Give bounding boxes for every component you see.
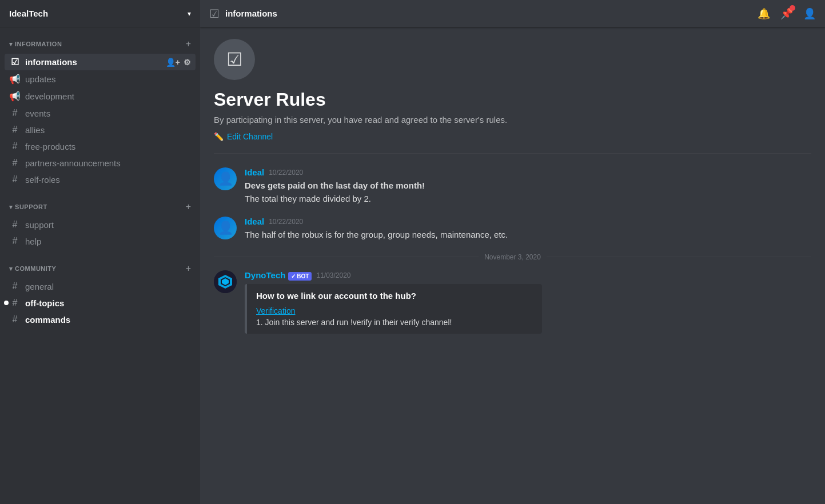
unread-dot bbox=[4, 301, 9, 305]
channel-icon-announce: 📢 bbox=[9, 91, 21, 102]
channel-item-development[interactable]: 📢development bbox=[5, 88, 196, 105]
channel-icon-text: # bbox=[9, 125, 21, 135]
channel-name-support: support bbox=[25, 220, 191, 230]
channel-icon-text: # bbox=[9, 298, 21, 308]
topbar-channel-icon: ☑ bbox=[209, 7, 220, 21]
message-username[interactable]: Ideal bbox=[245, 217, 264, 226]
pencil-icon: ✏️ bbox=[214, 132, 224, 141]
channel-item-support[interactable]: #support bbox=[5, 217, 196, 233]
message-line: The half of the robux is for the group, … bbox=[245, 229, 811, 242]
channel-intro-title: Server Rules bbox=[214, 89, 811, 110]
channel-intro: ☑ Server Rules By participating in this … bbox=[214, 39, 811, 154]
channel-name-allies: allies bbox=[25, 125, 191, 135]
category-header-information[interactable]: ▾ INFORMATION+ bbox=[5, 37, 196, 51]
channel-item-free-products[interactable]: #free-products bbox=[5, 138, 196, 154]
notification-badge bbox=[790, 5, 795, 11]
category-label-information: ▾ INFORMATION bbox=[9, 41, 62, 48]
category-label-support: ▾ SUPPORT bbox=[9, 203, 47, 211]
channel-icon-text: # bbox=[9, 141, 21, 151]
message-content: Ideal10/22/2020The half of the robux is … bbox=[245, 217, 811, 242]
edit-channel-button[interactable]: ✏️ Edit Channel bbox=[214, 132, 273, 141]
channel-item-partners-announcements[interactable]: #partners-announcements bbox=[5, 155, 196, 171]
channel-name-commands: commands bbox=[25, 315, 191, 325]
server-header[interactable]: IdealTech ▾ bbox=[0, 0, 200, 27]
bot-username[interactable]: DynoTech ✓ BOT bbox=[245, 270, 312, 281]
category-add-support[interactable]: + bbox=[186, 202, 191, 212]
message-embed: How to we link our account to the hub?Ve… bbox=[245, 284, 542, 334]
bot-message-group: DynoTech ✓ BOT11/03/2020How to we link o… bbox=[214, 270, 811, 334]
channel-icon-text: # bbox=[9, 236, 21, 246]
user-profile-icon[interactable]: 👤 bbox=[803, 7, 816, 20]
main-content: ☑ informations 🔔 📌 👤 ☑ Server Rules By p… bbox=[200, 0, 825, 504]
channel-item-self-roles[interactable]: #self-roles bbox=[5, 171, 196, 187]
channel-item-events[interactable]: #events bbox=[5, 105, 196, 121]
avatar: 👤 bbox=[214, 217, 237, 239]
edit-channel-label: Edit Channel bbox=[227, 132, 273, 141]
sidebar-sections: ▾ INFORMATION+☑informations👤+⚙📢updates📢d… bbox=[0, 27, 200, 330]
message-timestamp: 10/22/2020 bbox=[269, 218, 303, 226]
embed-link[interactable]: Verification bbox=[256, 306, 533, 315]
channel-icon-text: # bbox=[9, 108, 21, 118]
server-chevron-icon: ▾ bbox=[188, 10, 191, 18]
message-group-msg2: 👤Ideal10/22/2020The half of the robux is… bbox=[214, 217, 811, 242]
message-header: Ideal10/22/2020 bbox=[245, 167, 811, 177]
channel-intro-icon: ☑ bbox=[214, 39, 255, 80]
bot-message-header: DynoTech ✓ BOT11/03/2020 bbox=[245, 270, 811, 281]
category-label-community: ▾ COMMUNITY bbox=[9, 265, 56, 273]
message-header: Ideal10/22/2020 bbox=[245, 217, 811, 226]
category-header-support[interactable]: ▾ SUPPORT+ bbox=[5, 199, 196, 214]
channel-settings-icon[interactable]: ⚙ bbox=[184, 58, 191, 67]
server-name: IdealTech bbox=[9, 9, 48, 18]
category-add-information[interactable]: + bbox=[186, 39, 191, 49]
date-separator: November 3, 2020 bbox=[214, 253, 811, 261]
channel-item-off-topics[interactable]: #off-topics bbox=[5, 295, 196, 311]
bot-name-text: DynoTech bbox=[245, 270, 288, 280]
channel-name-informations: informations bbox=[25, 57, 166, 67]
channel-icon-rules: ☑ bbox=[9, 57, 21, 67]
channel-name-off-topics: off-topics bbox=[25, 298, 191, 308]
bot-message-content: DynoTech ✓ BOT11/03/2020How to we link o… bbox=[245, 270, 811, 334]
notification-ping-icon[interactable]: 📌 bbox=[780, 7, 793, 20]
category-header-community[interactable]: ▾ COMMUNITY+ bbox=[5, 261, 196, 276]
channel-intro-description: By participating in this server, you hav… bbox=[214, 115, 811, 125]
message-line: Devs gets paid on the last day of the mo… bbox=[245, 179, 811, 193]
embed-title: How to we link our account to the hub? bbox=[256, 291, 533, 301]
avatar: 👤 bbox=[214, 167, 237, 190]
channel-item-updates[interactable]: 📢updates bbox=[5, 71, 196, 87]
message-line: The total they made divided by 2. bbox=[245, 193, 811, 206]
channel-icon-text: # bbox=[9, 281, 21, 291]
messages-container: 👤Ideal10/22/2020Devs gets paid on the la… bbox=[214, 167, 811, 242]
channel-name-events: events bbox=[25, 109, 191, 118]
channel-icon-text: # bbox=[9, 174, 21, 185]
channel-name-general: general bbox=[25, 282, 191, 291]
message-content: Ideal10/22/2020Devs gets paid on the las… bbox=[245, 167, 811, 205]
date-separator-line bbox=[214, 257, 479, 257]
channel-name-updates: updates bbox=[25, 74, 191, 84]
channel-item-allies[interactable]: #allies bbox=[5, 122, 196, 138]
channel-name-free-products: free-products bbox=[25, 142, 191, 151]
category-add-community[interactable]: + bbox=[186, 263, 191, 274]
bot-badge: ✓ BOT bbox=[288, 272, 312, 281]
bot-message-timestamp: 11/03/2020 bbox=[316, 271, 350, 279]
bot-message-group: DynoTech ✓ BOT11/03/2020How to we link o… bbox=[214, 270, 811, 334]
channel-icon-announce: 📢 bbox=[9, 74, 21, 85]
add-user-icon[interactable]: 👤+ bbox=[166, 58, 180, 67]
topbar: ☑ informations 🔔 📌 👤 bbox=[200, 0, 825, 27]
date-separator-text: November 3, 2020 bbox=[484, 253, 541, 261]
channel-item-informations[interactable]: ☑informations👤+⚙ bbox=[5, 54, 196, 70]
topbar-channel-name: informations bbox=[225, 9, 277, 18]
channel-icon-text: # bbox=[9, 158, 21, 168]
section-support: ▾ SUPPORT+#support#help bbox=[0, 190, 200, 252]
notification-bell-icon[interactable]: 🔔 bbox=[758, 7, 770, 20]
date-separator-line-right bbox=[547, 257, 811, 257]
bot-avatar bbox=[214, 270, 237, 293]
channel-name-development: development bbox=[25, 91, 191, 101]
message-username[interactable]: Ideal bbox=[245, 167, 264, 177]
sidebar: IdealTech ▾ ▾ INFORMATION+☑informations👤… bbox=[0, 0, 200, 504]
channel-item-general[interactable]: #general bbox=[5, 278, 196, 294]
channel-actions: 👤+⚙ bbox=[166, 58, 191, 67]
message-timestamp: 10/22/2020 bbox=[269, 169, 303, 177]
channel-item-help[interactable]: #help bbox=[5, 233, 196, 249]
channel-item-commands[interactable]: #commands bbox=[5, 311, 196, 327]
channel-name-help: help bbox=[25, 237, 191, 246]
